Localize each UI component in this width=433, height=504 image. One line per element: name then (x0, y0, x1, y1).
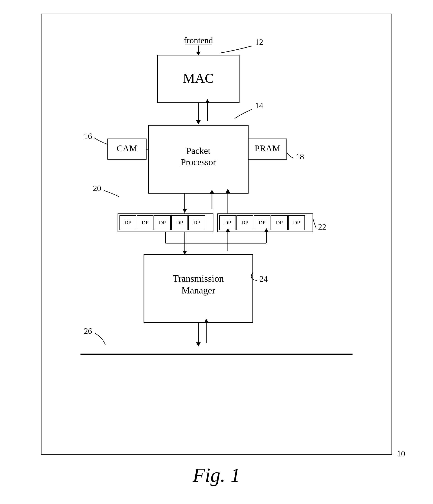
transmission-manager-label-line1: Transmission (173, 273, 224, 284)
ref-24: 24 (259, 274, 268, 284)
transmission-manager-label-line2: Manager (181, 285, 215, 296)
fig-label: Fig. 1 (193, 464, 240, 486)
dp-8: DP (259, 220, 266, 225)
ref-10: 10 (397, 449, 405, 459)
ref-18: 18 (296, 152, 304, 161)
dp-2: DP (142, 220, 149, 225)
ref-22: 22 (318, 222, 326, 231)
ref-16: 16 (84, 132, 92, 141)
ref-26: 26 (84, 327, 92, 336)
dp-9: DP (276, 220, 283, 225)
dp-3: DP (159, 220, 166, 225)
packet-processor-label-line2: Processor (181, 157, 216, 167)
dp-4: DP (176, 220, 183, 225)
mac-label: MAC (183, 71, 214, 86)
ref-14: 14 (255, 101, 263, 110)
dp-7: DP (241, 220, 249, 225)
pram-label: PRAM (255, 143, 280, 153)
packet-processor-label-line1: Packet (186, 146, 211, 156)
page-container: frontend 12 MAC 14 (0, 0, 433, 504)
svg-marker-4 (196, 120, 201, 124)
svg-marker-29 (196, 342, 201, 346)
ref-12: 12 (255, 38, 263, 47)
diagram-outer-box: frontend 12 MAC 14 (41, 14, 392, 455)
diagram-svg: frontend 12 MAC 14 (58, 28, 375, 436)
dp-10: DP (293, 220, 300, 225)
svg-marker-25 (183, 251, 187, 255)
dp-5: DP (193, 220, 200, 225)
cam-label: CAM (117, 143, 137, 153)
dp-6: DP (224, 220, 231, 225)
frontend-label: frontend (184, 36, 213, 45)
dp-1: DP (124, 220, 131, 225)
ref-20: 20 (93, 184, 101, 193)
